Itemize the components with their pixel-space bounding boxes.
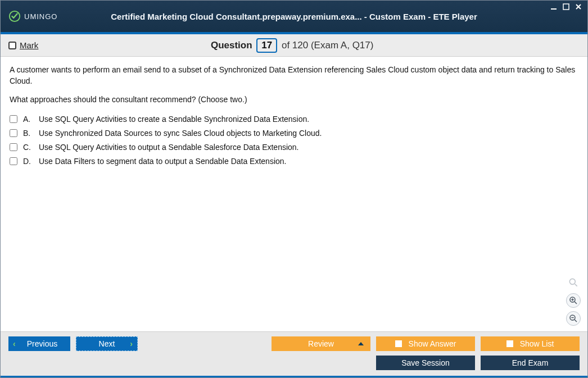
window-controls (549, 3, 583, 11)
next-button[interactable]: Next › (76, 336, 138, 351)
review-button[interactable]: Review (272, 336, 370, 351)
svg-line-4 (575, 284, 577, 286)
minimize-button[interactable] (549, 3, 558, 11)
app-logo: UMINGO (8, 10, 57, 22)
titlebar: UMINGO Certified Marketing Cloud Consult… (1, 1, 587, 32)
svg-line-10 (575, 320, 577, 322)
option-a[interactable]: A. Use SQL Query Activities to create a … (10, 113, 578, 125)
save-session-button[interactable]: Save Session (376, 356, 475, 370)
option-c-text: Use SQL Query Activities to output a Sen… (39, 142, 299, 153)
footer: ‹ Previous Next › Review Show Answer Sho… (1, 331, 587, 376)
close-button[interactable] (574, 3, 583, 11)
checkbox-icon (395, 340, 402, 347)
question-content: A customer wants to perform an email sen… (1, 57, 587, 331)
question-suffix: of 120 (Exam A, Q17) (282, 40, 373, 51)
search-icon[interactable] (566, 275, 581, 290)
end-exam-label: End Exam (512, 358, 549, 367)
option-b-checkbox[interactable] (10, 129, 17, 137)
option-b[interactable]: B. Use Synchronized Data Sources to sync… (10, 127, 578, 139)
mark-toggle[interactable]: Mark (8, 40, 38, 50)
question-number: 17 (256, 38, 277, 53)
checkbox-icon (506, 340, 513, 347)
save-session-label: Save Session (401, 358, 450, 367)
zoom-tools (566, 275, 581, 326)
option-a-text: Use SQL Query Activities to create a Sen… (39, 113, 309, 125)
end-exam-button[interactable]: End Exam (481, 356, 580, 370)
review-label: Review (308, 339, 334, 348)
option-a-checkbox[interactable] (10, 115, 17, 123)
svg-rect-2 (563, 4, 569, 10)
answer-options: A. Use SQL Query Activities to create a … (10, 113, 578, 167)
mark-label[interactable]: Mark (20, 40, 38, 50)
option-c-letter: C. (23, 142, 33, 153)
app-window: UMINGO Certified Marketing Cloud Consult… (0, 0, 588, 378)
option-c[interactable]: C. Use SQL Query Activities to output a … (10, 142, 578, 153)
triangle-up-icon (358, 342, 364, 345)
show-list-label: Show List (520, 339, 554, 348)
show-answer-button[interactable]: Show Answer (376, 336, 475, 351)
next-label: Next (99, 339, 115, 348)
logo-checkmark-icon (8, 10, 21, 22)
show-list-button[interactable]: Show List (481, 336, 580, 351)
option-d-checkbox[interactable] (10, 157, 17, 165)
show-answer-label: Show Answer (409, 339, 456, 348)
question-stem-2: What approaches should the consultant re… (10, 94, 578, 106)
zoom-in-button[interactable] (566, 293, 581, 308)
option-d[interactable]: D. Use Data Filters to segment data to o… (10, 156, 578, 167)
window-title: Certified Marketing Cloud Consultant.pre… (111, 12, 477, 21)
option-d-text: Use Data Filters to segment data to outp… (39, 156, 286, 167)
question-indicator: Question 17 of 120 (Exam A, Q17) (38, 38, 546, 53)
previous-label: Previous (27, 339, 57, 348)
option-a-letter: A. (23, 113, 33, 125)
chevron-left-icon: ‹ (13, 339, 16, 348)
question-stem-1: A customer wants to perform an email sen… (10, 65, 578, 86)
option-c-checkbox[interactable] (10, 143, 17, 151)
logo-text: UMINGO (24, 12, 57, 21)
option-b-letter: B. (23, 127, 33, 139)
svg-line-6 (575, 302, 577, 304)
option-d-letter: D. (23, 156, 33, 167)
mark-checkbox-icon[interactable] (8, 42, 16, 49)
footer-row-2: Save Session End Exam (8, 356, 580, 370)
bottom-accent-bar (1, 376, 587, 377)
footer-row-1: ‹ Previous Next › Review Show Answer Sho… (8, 336, 580, 351)
svg-rect-1 (551, 8, 557, 10)
maximize-button[interactable] (562, 3, 571, 11)
zoom-out-button[interactable] (566, 311, 581, 326)
question-header-bar: Mark Question 17 of 120 (Exam A, Q17) (1, 34, 587, 57)
previous-button[interactable]: ‹ Previous (8, 336, 70, 351)
chevron-right-icon: › (130, 339, 133, 348)
option-b-text: Use Synchronized Data Sources to sync Sa… (39, 127, 322, 139)
svg-point-3 (569, 279, 575, 284)
question-word: Question (211, 40, 252, 51)
